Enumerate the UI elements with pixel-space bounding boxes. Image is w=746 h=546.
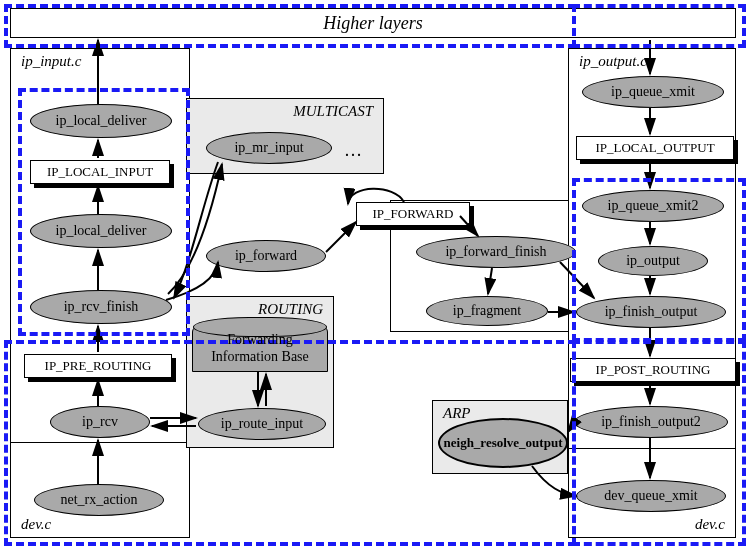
label-ip-output: ip_output.c bbox=[579, 53, 647, 70]
node-ip-local-deliver: ip_local_deliver bbox=[30, 214, 172, 248]
node-ip-finish-output2: ip_finish_output2 bbox=[574, 406, 728, 438]
hook-ip-local-input: IP_LOCAL_INPUT bbox=[30, 160, 170, 184]
ellipsis-icon: … bbox=[344, 140, 362, 161]
hook-ip-forward: IP_FORWARD bbox=[356, 202, 470, 226]
node-neigh-resolve-output: neigh_resolve_output bbox=[438, 418, 568, 468]
node-ip-route-input: ip_route_input bbox=[198, 408, 326, 440]
label-ip-input: ip_input.c bbox=[21, 53, 81, 70]
node-fib-label: Forwarding Information Base bbox=[193, 332, 327, 366]
node-ip-mr-input: ip_mr_input bbox=[206, 132, 332, 164]
node-ip-finish-output: ip_finish_output bbox=[576, 296, 726, 328]
node-ip-rcv: ip_rcv bbox=[50, 406, 150, 438]
node-net-rx-action: net_rx_action bbox=[34, 484, 164, 516]
higher-layers-header: Higher layers bbox=[10, 8, 736, 38]
node-ip-rcv-finish: ip_rcv_finish bbox=[30, 290, 172, 324]
label-multicast: MULTICAST bbox=[293, 103, 373, 120]
node-ip-queue-xmit2: ip_queue_xmit2 bbox=[582, 190, 724, 222]
label-dev-right: dev.c bbox=[695, 516, 725, 533]
label-routing: ROUTING bbox=[258, 301, 323, 318]
node-ip-fragment: ip_fragment bbox=[426, 296, 548, 326]
hook-ip-pre-routing: IP_PRE_ROUTING bbox=[24, 354, 172, 378]
label-arp: ARP bbox=[443, 405, 471, 422]
node-ip-forward: ip_forward bbox=[206, 240, 326, 272]
node-ip-output: ip_output bbox=[598, 246, 708, 276]
node-ip-queue-xmit: ip_queue_xmit bbox=[582, 76, 724, 108]
hook-ip-post-routing: IP_POST_ROUTING bbox=[570, 358, 736, 382]
node-ip-forward-finish: ip_forward_finish bbox=[416, 236, 576, 268]
node-fib: Forwarding Information Base bbox=[192, 326, 328, 372]
svg-line-11 bbox=[326, 222, 356, 252]
node-ip-local-deliver-top: ip_local_deliver bbox=[30, 104, 172, 138]
node-dev-queue-xmit: dev_queue_xmit bbox=[576, 480, 726, 512]
hook-ip-local-output: IP_LOCAL_OUTPUT bbox=[576, 136, 734, 160]
label-dev-left: dev.c bbox=[21, 516, 51, 533]
